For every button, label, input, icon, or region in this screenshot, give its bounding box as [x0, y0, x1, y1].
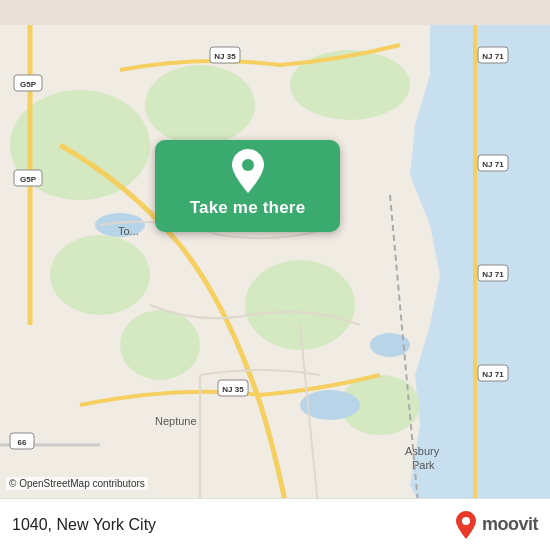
take-me-there-label: Take me there: [190, 198, 306, 218]
svg-point-6: [120, 310, 200, 380]
svg-text:G5P: G5P: [20, 175, 37, 184]
location-text: 1040, New York City: [12, 516, 156, 534]
osm-attribution: © OpenStreetMap contributors: [6, 477, 148, 490]
svg-text:G5P: G5P: [20, 80, 37, 89]
map-background: NJ 35 NJ 71 NJ 71 NJ 71 NJ 71 G5P G5P 66…: [0, 0, 550, 550]
svg-point-5: [50, 235, 150, 315]
svg-text:To...: To...: [118, 225, 139, 237]
svg-text:NJ 35: NJ 35: [222, 385, 244, 394]
svg-text:NJ 71: NJ 71: [482, 160, 504, 169]
moovit-text: moovit: [482, 514, 538, 535]
svg-point-40: [242, 159, 254, 171]
moovit-logo: moovit: [454, 511, 538, 539]
svg-text:NJ 71: NJ 71: [482, 270, 504, 279]
location-pin-icon: [227, 150, 269, 192]
svg-text:NJ 71: NJ 71: [482, 52, 504, 61]
svg-point-41: [462, 517, 470, 525]
svg-point-3: [145, 65, 255, 145]
moovit-pin-icon: [454, 511, 478, 539]
svg-text:66: 66: [18, 438, 27, 447]
map-container: NJ 35 NJ 71 NJ 71 NJ 71 NJ 71 G5P G5P 66…: [0, 0, 550, 550]
svg-text:NJ 35: NJ 35: [214, 52, 236, 61]
svg-point-7: [245, 260, 355, 350]
svg-text:Asbury: Asbury: [405, 445, 440, 457]
svg-text:Neptune: Neptune: [155, 415, 197, 427]
svg-text:NJ 71: NJ 71: [482, 370, 504, 379]
bottom-bar: 1040, New York City moovit: [0, 498, 550, 550]
take-me-there-button[interactable]: Take me there: [155, 140, 340, 232]
